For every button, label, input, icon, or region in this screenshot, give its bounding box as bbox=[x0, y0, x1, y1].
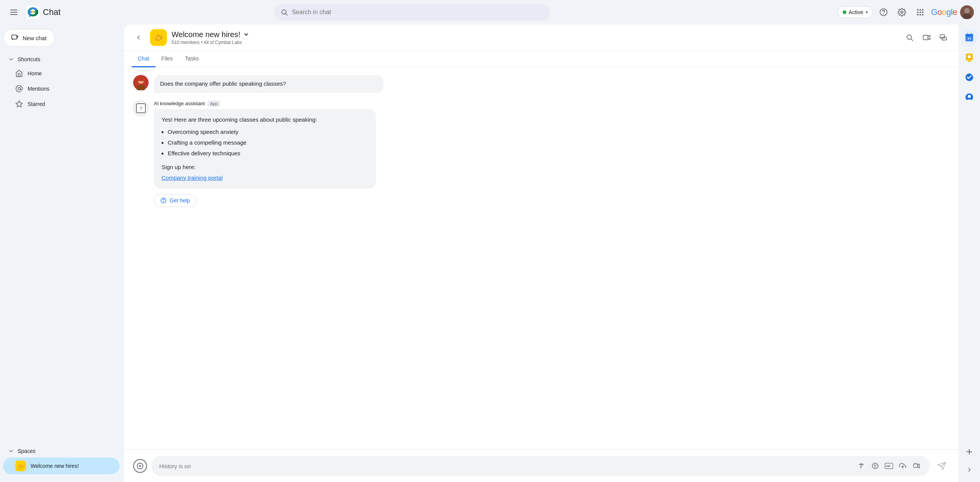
get-help-button[interactable]: Get help bbox=[154, 194, 196, 207]
svg-point-67 bbox=[968, 55, 971, 58]
tab-chat[interactable]: Chat bbox=[132, 51, 155, 67]
svg-rect-13 bbox=[917, 9, 919, 11]
svg-point-5 bbox=[30, 11, 32, 13]
upload-button[interactable] bbox=[897, 461, 908, 471]
svg-point-28 bbox=[18, 88, 21, 90]
space-header-emoji-icon: 🤝 bbox=[150, 29, 167, 46]
space-name-label: Welcome new hires! bbox=[31, 463, 79, 469]
shortcuts-label: Shortcuts bbox=[18, 56, 40, 62]
active-status-label: Active bbox=[849, 9, 863, 15]
message-input-box[interactable]: A bbox=[152, 456, 929, 476]
chat-header-subtitle: 510 members • All of Cymbal Labs bbox=[172, 40, 897, 45]
back-button[interactable] bbox=[132, 31, 145, 44]
top-bar-left: Chat bbox=[6, 5, 129, 20]
svg-rect-19 bbox=[917, 14, 919, 16]
svg-point-7 bbox=[34, 11, 36, 13]
spaces-header[interactable]: Spaces bbox=[3, 445, 119, 458]
right-sidebar: 31 bbox=[959, 24, 980, 482]
training-portal-link[interactable]: Company training portal bbox=[162, 174, 222, 181]
search-input[interactable] bbox=[292, 9, 544, 16]
send-button[interactable] bbox=[934, 458, 949, 474]
list-item: Effective delivery techniques bbox=[168, 149, 368, 158]
sidebar: New chat Shortcuts Home bbox=[0, 24, 122, 482]
list-item: Overcoming speech anxiety bbox=[168, 127, 368, 137]
new-chat-button[interactable]: New chat bbox=[3, 29, 55, 47]
calendar-app-icon[interactable]: 31 bbox=[961, 29, 978, 46]
send-icon bbox=[937, 461, 946, 471]
user-message-avatar bbox=[133, 75, 149, 90]
app-title-label: Chat bbox=[43, 7, 60, 17]
spaces-section: Spaces 🤝 Welcome new hires! bbox=[3, 445, 119, 474]
svg-text:?: ? bbox=[139, 106, 142, 111]
svg-line-9 bbox=[286, 14, 287, 15]
video-call-button[interactable] bbox=[919, 30, 934, 45]
app-logo: Chat bbox=[26, 5, 60, 19]
settings-button[interactable] bbox=[894, 5, 910, 20]
new-chat-icon bbox=[11, 34, 19, 42]
svg-rect-14 bbox=[920, 9, 921, 11]
threads-button[interactable] bbox=[936, 30, 951, 45]
active-status-button[interactable]: Active ▾ bbox=[838, 7, 873, 18]
svg-text:31: 31 bbox=[968, 37, 971, 40]
shortcuts-section: Shortcuts Home Mentions S bbox=[3, 53, 119, 112]
shortcuts-header[interactable]: Shortcuts bbox=[3, 53, 119, 66]
chat-tabs: Chat Files Tasks bbox=[124, 51, 959, 67]
gif-icon: GIF bbox=[885, 462, 893, 469]
tab-files[interactable]: Files bbox=[155, 51, 179, 67]
svg-rect-17 bbox=[920, 11, 921, 13]
sidebar-item-starred[interactable]: Starred bbox=[3, 96, 119, 112]
contacts-app-icon[interactable] bbox=[961, 89, 978, 106]
sidebar-item-mentions[interactable]: Mentions bbox=[3, 81, 119, 96]
top-bar-right: Active ▾ bbox=[838, 5, 974, 20]
message-input[interactable] bbox=[159, 463, 851, 469]
input-area: A bbox=[124, 449, 959, 482]
sidebar-item-home[interactable]: Home bbox=[3, 66, 119, 81]
svg-rect-18 bbox=[922, 11, 924, 13]
add-attachment-button[interactable] bbox=[133, 459, 147, 473]
tab-tasks[interactable]: Tasks bbox=[179, 51, 205, 67]
chevron-down-icon bbox=[8, 56, 15, 63]
at-icon bbox=[15, 85, 23, 93]
add-app-button[interactable] bbox=[961, 443, 978, 460]
apps-button[interactable] bbox=[913, 5, 928, 20]
chat-header-actions bbox=[902, 30, 951, 45]
chat-logo-icon bbox=[26, 5, 40, 19]
hamburger-menu-button[interactable] bbox=[6, 5, 21, 20]
active-chevron-icon: ▾ bbox=[866, 10, 868, 15]
search-bar[interactable] bbox=[274, 4, 550, 21]
ai-intro-text: Yes! Here are three upcoming classes abo… bbox=[162, 115, 368, 124]
chat-search-button[interactable] bbox=[902, 30, 917, 45]
top-bar: Chat Active ▾ bbox=[0, 0, 980, 24]
help-button[interactable] bbox=[876, 5, 891, 20]
ai-message-group: ? AI knowledge assistant App Yes! Here a… bbox=[133, 101, 949, 207]
sidebar-item-welcome-new-hires[interactable]: 🤝 Welcome new hires! bbox=[3, 458, 119, 474]
sign-up-text: Sign up here: bbox=[162, 163, 368, 172]
active-status-dot bbox=[843, 10, 846, 14]
starred-label: Starred bbox=[28, 101, 45, 107]
ai-message-bubble: Yes! Here are three upcoming classes abo… bbox=[154, 109, 376, 189]
expand-right-button[interactable] bbox=[966, 463, 973, 477]
user-avatar[interactable] bbox=[960, 5, 974, 19]
search-icon bbox=[281, 8, 288, 16]
get-help-label: Get help bbox=[170, 197, 190, 204]
emoji-button[interactable] bbox=[870, 461, 880, 471]
chat-title[interactable]: Welcome new hires! bbox=[172, 30, 897, 39]
star-icon bbox=[15, 100, 23, 108]
ai-list: Overcoming speech anxiety Crafting a com… bbox=[168, 127, 368, 158]
svg-rect-25 bbox=[12, 35, 17, 39]
ai-message-header: AI knowledge assistant App bbox=[154, 101, 384, 107]
svg-rect-55 bbox=[914, 464, 918, 467]
video-message-button[interactable] bbox=[911, 461, 922, 471]
ai-avatar-icon: ? bbox=[136, 103, 146, 114]
svg-rect-20 bbox=[920, 14, 921, 16]
plus-circle-icon bbox=[137, 462, 144, 469]
new-chat-label: New chat bbox=[23, 35, 47, 41]
spaces-chevron-icon bbox=[8, 448, 15, 454]
text-format-button[interactable]: A bbox=[856, 461, 867, 471]
gif-button[interactable]: GIF bbox=[884, 461, 894, 471]
keep-app-icon[interactable] bbox=[961, 49, 978, 66]
svg-rect-21 bbox=[922, 14, 924, 16]
ai-sender-name: AI knowledge assistant bbox=[154, 101, 205, 106]
tasks-app-icon[interactable] bbox=[961, 69, 978, 86]
svg-point-42 bbox=[163, 202, 164, 202]
